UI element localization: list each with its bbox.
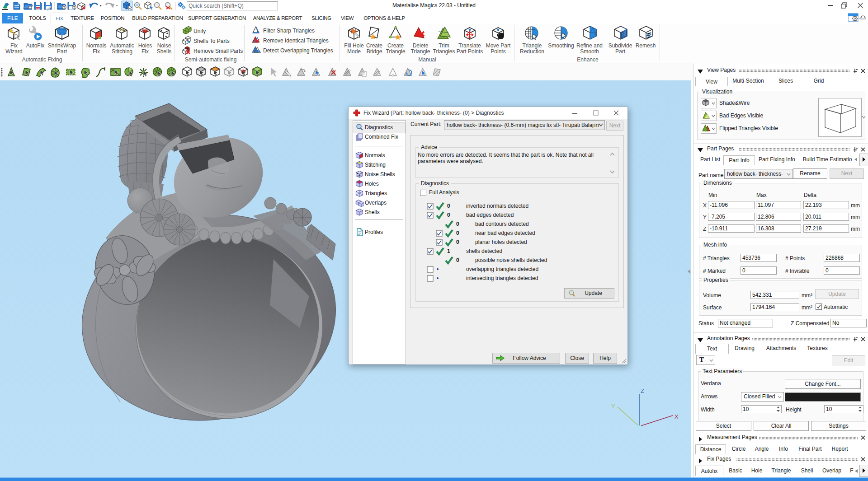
svg-text:Y: Y xyxy=(611,403,615,410)
svg-text:X: X xyxy=(675,413,679,420)
svg-text:Z: Z xyxy=(641,388,644,394)
